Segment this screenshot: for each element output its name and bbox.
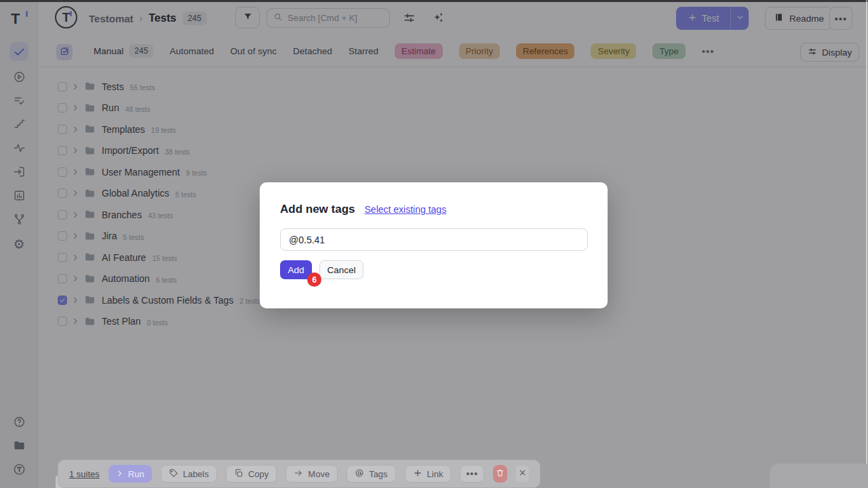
tag-icon <box>169 468 178 480</box>
link-button[interactable]: Link <box>405 465 452 483</box>
step-annotation-badge: 6 <box>307 272 321 287</box>
at-icon <box>355 468 364 480</box>
chevron-right-icon <box>116 469 123 479</box>
copy-button[interactable]: Copy <box>226 465 277 483</box>
copy-icon <box>234 468 243 480</box>
actionbar-close-button[interactable] <box>516 466 529 482</box>
plus-icon <box>413 468 422 480</box>
move-button[interactable]: Move <box>285 465 338 483</box>
arrow-right-icon <box>294 468 303 480</box>
actionbar-more-button[interactable]: ••• <box>460 465 484 483</box>
app-window: T ⚙ T Testomat › Tests 245 <box>0 0 868 488</box>
tag-input[interactable] <box>280 228 588 251</box>
bulk-action-bar: 1 suites Run Labels Copy Move Tags Link … <box>58 460 540 488</box>
delete-button[interactable] <box>493 465 507 483</box>
chat-widget[interactable] <box>770 464 868 488</box>
selected-suites-link[interactable]: 1 suites <box>69 469 100 479</box>
select-existing-tags-link[interactable]: Select existing tags <box>365 204 447 215</box>
run-button[interactable]: Run <box>108 465 152 483</box>
labels-button[interactable]: Labels <box>161 465 217 483</box>
cancel-button[interactable]: Cancel <box>319 260 363 279</box>
close-icon <box>518 468 527 480</box>
add-tags-modal: Add new tags Select existing tags Add Ca… <box>260 182 608 308</box>
tags-button[interactable]: Tags <box>347 465 395 483</box>
modal-title: Add new tags <box>280 203 355 216</box>
trash-icon <box>496 468 505 479</box>
window-edge-scrollbar <box>866 0 867 488</box>
